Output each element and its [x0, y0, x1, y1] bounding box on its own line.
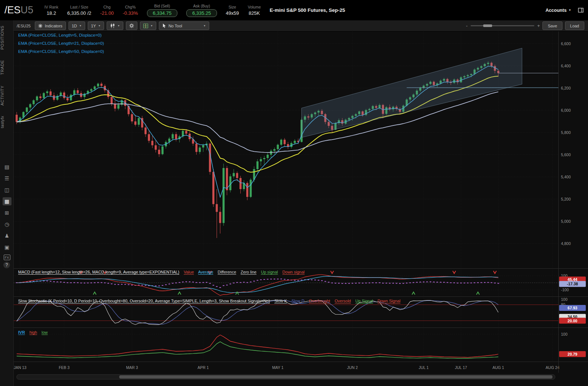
- bid-button[interactable]: 6,334.75: [147, 9, 178, 17]
- svg-text:5,000: 5,000: [561, 219, 571, 224]
- chart-scrollbar-thumb[interactable]: [119, 375, 552, 379]
- svg-text:-17.38: -17.38: [567, 282, 578, 286]
- chg-pct-value: -0.33%: [123, 10, 138, 16]
- load-button[interactable]: Load: [565, 21, 584, 30]
- chg-pct-field: Chg% -0.33%: [123, 5, 138, 16]
- chevron-down-icon: ▼: [150, 24, 153, 27]
- svg-text:6,200: 6,200: [561, 86, 571, 90]
- sidebar-tab-tastyfx[interactable]: tastyfx: [0, 111, 14, 133]
- ask-button[interactable]: 6,335.25: [186, 9, 217, 17]
- accounts-dropdown[interactable]: Accounts▼: [545, 8, 571, 13]
- last-size-field: Last / Size 6,335.00 /2: [67, 5, 91, 16]
- symbol[interactable]: /ES U5: [4, 4, 33, 16]
- sidebar-tab-trade[interactable]: TRADE: [0, 55, 14, 80]
- svg-text:4,800: 4,800: [561, 241, 571, 246]
- chevron-down-icon: ▼: [203, 24, 206, 27]
- iv-rank-field: IV Rank 18.2: [44, 5, 58, 16]
- sidebar-icon-stack: ▤ ☰ ◫ ▦ ⊞ ◷ ♟ ▣ FX: [0, 163, 14, 260]
- zoom-in-button[interactable]: +: [537, 23, 540, 28]
- size-value: 49x59: [226, 10, 239, 16]
- chg-field: Chg -21.00: [100, 5, 114, 16]
- svg-text:6,600: 6,600: [561, 41, 571, 46]
- candlestick-icon: [110, 23, 115, 28]
- orders-list-icon[interactable]: ☰: [3, 174, 11, 182]
- size-label: Size: [228, 5, 236, 9]
- trading-platform-window: /ES U5 IV Rank 18.2 Last / Size 6,335.00…: [0, 0, 588, 386]
- save-button[interactable]: Save: [542, 21, 562, 30]
- svg-text:MAY 1: MAY 1: [272, 365, 284, 370]
- chart-toolbar: /ESU25 Indicators 1D▼ 1Y▼ ▼: [14, 20, 588, 31]
- chevron-down-icon: ▼: [568, 9, 571, 12]
- help-icon[interactable]: ?: [3, 262, 10, 268]
- symbol-suffix: U5: [21, 4, 34, 16]
- bid-field: Bid (Sell) 6,334.75: [147, 4, 178, 17]
- volume-field: Volume 825K: [248, 5, 261, 16]
- sidebar-tab-positions[interactable]: POSITIONS: [0, 20, 14, 55]
- tiles-icon[interactable]: ⊞: [3, 209, 11, 217]
- svg-text:AUG 1: AUG 1: [492, 365, 504, 370]
- chart-type-dropdown[interactable]: ▼: [107, 21, 123, 30]
- svg-text:6,000: 6,000: [561, 108, 571, 113]
- timeframe-dropdown[interactable]: 1D▼: [69, 21, 85, 30]
- last-size-label: Last / Size: [70, 5, 88, 9]
- news-icon[interactable]: ▤: [3, 163, 11, 171]
- cursor-icon: [162, 23, 166, 28]
- svg-text:JAN 13: JAN 13: [14, 365, 27, 370]
- chg-pct-label: Chg%: [125, 5, 136, 9]
- drawing-tool-dropdown[interactable]: No Tool ▼: [159, 21, 209, 30]
- iv-rank-label: IV Rank: [44, 5, 58, 9]
- zoom-slider-thumb[interactable]: [483, 24, 492, 27]
- chart-settings-button[interactable]: [126, 21, 137, 30]
- price-chart-svg[interactable]: 4,8005,0005,2005,4005,6005,8006,0006,200…: [14, 31, 588, 386]
- svg-text:APR 1: APR 1: [198, 365, 209, 370]
- symbol-root: /ES: [4, 4, 21, 16]
- chart-area[interactable]: 4,8005,0005,2005,4005,6005,8006,0006,200…: [14, 31, 588, 386]
- range-dropdown[interactable]: 1Y▼: [88, 21, 104, 30]
- history-clock-icon[interactable]: ◷: [3, 220, 11, 228]
- svg-text:67.93: 67.93: [568, 306, 577, 310]
- quote-header: /ES U5 IV Rank 18.2 Last / Size 6,335.00…: [0, 0, 588, 20]
- fx-icon[interactable]: FX: [4, 255, 10, 260]
- zoom-control: - +: [466, 23, 540, 28]
- svg-text:20.79: 20.79: [568, 352, 577, 356]
- sidebar-tab-activity[interactable]: ACTIVITY: [0, 80, 14, 111]
- svg-text:6,400: 6,400: [561, 64, 571, 68]
- bid-label: Bid (Sell): [154, 4, 170, 8]
- ask-field: Ask (Buy) 6,335.25: [186, 4, 217, 17]
- zoom-slider[interactable]: [471, 25, 534, 26]
- svg-text:JUN 2: JUN 2: [347, 365, 358, 370]
- svg-text:JUL 1: JUL 1: [419, 365, 429, 370]
- svg-text:20.00: 20.00: [568, 319, 577, 323]
- svg-text:-100: -100: [561, 288, 569, 292]
- svg-text:AUG 24: AUG 24: [546, 365, 560, 370]
- chart-symbol-label: /ESU25: [17, 24, 31, 28]
- active-chart-grid-icon[interactable]: ▦: [3, 197, 11, 205]
- svg-text:5,400: 5,400: [561, 175, 571, 179]
- size-field: Size 49x59: [226, 5, 239, 16]
- iv-rank-value: 18.2: [47, 10, 56, 16]
- contract-description: E-mini S&P 500 Futures, Sep-25: [270, 7, 345, 13]
- volume-value: 825K: [249, 10, 260, 16]
- svg-text:100: 100: [561, 332, 568, 336]
- panel-toggle-icon[interactable]: [578, 7, 584, 13]
- chg-value: -21.00: [100, 10, 114, 16]
- chevron-down-icon: ▼: [117, 24, 120, 27]
- chevron-down-icon: ▼: [98, 24, 101, 27]
- svg-text:5,600: 5,600: [561, 152, 571, 157]
- chevron-down-icon: ▼: [79, 24, 82, 27]
- svg-text:5,200: 5,200: [561, 197, 571, 201]
- svg-text:JUL 17: JUL 17: [455, 365, 467, 370]
- ask-label: Ask (Buy): [193, 4, 210, 8]
- left-sidebar: POSITIONS TRADE ACTIVITY tastyfx ▤ ☰ ◫ ▦…: [0, 20, 14, 386]
- indicators-button[interactable]: Indicators: [35, 21, 66, 30]
- chart-window-icon[interactable]: ◫: [3, 186, 11, 194]
- svg-text:100: 100: [561, 297, 568, 302]
- zoom-out-button[interactable]: -: [466, 23, 468, 28]
- last-size-value: 6,335.00 /2: [67, 10, 91, 16]
- gear-icon: [129, 23, 134, 28]
- layout-grid-icon: [143, 24, 148, 28]
- calendar-icon[interactable]: ▣: [3, 243, 11, 251]
- contacts-icon[interactable]: ♟: [3, 232, 11, 240]
- chg-label: Chg: [103, 5, 110, 9]
- compare-layout-dropdown[interactable]: ▼: [140, 21, 156, 30]
